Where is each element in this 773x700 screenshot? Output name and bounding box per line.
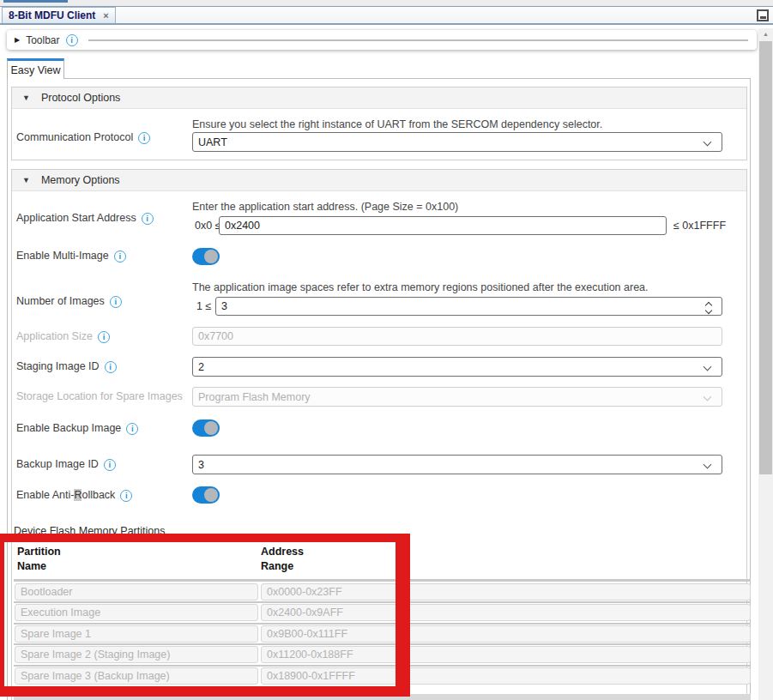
scroll-up-icon[interactable]: ▲ — [758, 31, 773, 37]
number-of-images-label: Number of Images i — [16, 295, 122, 308]
minimize-bar — [760, 16, 766, 19]
min-constraint: 0x0 ≤ — [195, 216, 221, 235]
info-icon[interactable]: i — [98, 331, 110, 343]
storage-location-label: Storage Location for Spare Images — [16, 390, 183, 403]
label-text: Enable Anti-Rollback — [16, 489, 115, 502]
app-window: 8-Bit MDFU Client × ▶ Toolbar i Easy Vie… — [0, 0, 773, 700]
max-constraint: ≤ 0x1FFFF — [673, 216, 726, 235]
label-text: Communication Protocol — [16, 131, 133, 144]
application-size-input: 0x7700 — [192, 327, 722, 346]
collapse-triangle-icon[interactable]: ▼ — [22, 94, 30, 102]
protocol-options-header[interactable]: ▼ Protocol Options — [12, 88, 746, 109]
spinner-up-icon[interactable] — [706, 301, 712, 307]
toggle-knob — [204, 250, 218, 263]
info-icon[interactable]: i — [138, 132, 150, 144]
min-constraint: 1 ≤ — [196, 297, 211, 316]
selection-remnant — [3, 0, 68, 3]
selected-value: UART — [198, 136, 227, 148]
label-post: ollback — [82, 489, 115, 501]
scrollbar-thumb[interactable] — [759, 41, 772, 474]
input-value: 0x7700 — [198, 330, 233, 342]
toggle-knob — [204, 488, 218, 502]
chevron-down-icon — [704, 363, 712, 371]
document-tab-bar: 8-Bit MDFU Client × — [0, 7, 773, 25]
backup-image-id-label: Backup Image ID i — [16, 458, 116, 471]
chevron-down-icon — [704, 393, 712, 401]
toolbar-divider — [88, 39, 748, 41]
label-text: Backup Image ID — [16, 458, 99, 471]
spinner-down-icon[interactable] — [706, 308, 712, 314]
toolbar-label: Toolbar — [26, 34, 59, 46]
enable-anti-rollback-toggle[interactable] — [192, 486, 220, 504]
selected-value: Program Flash Memory — [198, 391, 311, 403]
top-strip — [0, 0, 773, 7]
info-icon[interactable]: i — [114, 250, 126, 262]
application-size-label: Application Size i — [16, 330, 110, 343]
input-value: 3 — [221, 300, 227, 312]
info-icon[interactable]: i — [110, 296, 122, 308]
staging-image-id-select[interactable]: 2 — [192, 357, 722, 377]
backup-image-id-select[interactable]: 3 — [192, 455, 722, 474]
chevron-down-icon — [704, 138, 712, 147]
selected-value: 3 — [198, 459, 204, 471]
enable-multi-image-label: Enable Multi-Image i — [16, 250, 126, 262]
protocol-options-section: ▼ Protocol Options Communication Protoco… — [11, 87, 747, 160]
enable-backup-image-toggle[interactable] — [192, 419, 220, 437]
chevron-down-icon — [704, 461, 712, 469]
number-of-images-hint: The application image spaces refer to ex… — [192, 281, 649, 294]
label-text: Enable Backup Image — [16, 422, 121, 435]
info-icon[interactable]: i — [105, 361, 117, 373]
label-text: Storage Location for Spare Images — [16, 390, 183, 403]
label-text: Enable Multi-Image — [16, 250, 109, 262]
toolbar-section[interactable]: ▶ Toolbar i — [7, 30, 757, 50]
vertical-scrollbar[interactable]: ▲ — [758, 28, 773, 700]
label-text: Staging Image ID — [16, 360, 100, 373]
application-start-address-label: Application Start Address i — [16, 212, 154, 225]
number-of-images-spinner[interactable]: 3 — [215, 297, 722, 316]
info-icon[interactable]: i — [126, 423, 138, 435]
staging-image-id-label: Staging Image ID i — [16, 360, 117, 373]
communication-protocol-label: Communication Protocol i — [16, 131, 150, 144]
enable-multi-image-toggle[interactable] — [192, 248, 220, 265]
easy-view-label: Easy View — [10, 64, 60, 76]
selected-value: 2 — [198, 361, 204, 373]
communication-protocol-select[interactable]: UART — [192, 132, 722, 152]
tab-easy-view[interactable]: Easy View — [7, 58, 64, 79]
enable-backup-image-label: Enable Backup Image i — [16, 422, 138, 435]
tab-close-icon[interactable]: × — [103, 11, 108, 21]
info-icon[interactable]: i — [142, 213, 154, 225]
section-title: Memory Options — [41, 174, 120, 186]
label-pre: Enable Anti- — [16, 489, 74, 501]
application-start-address-input[interactable]: 0x2400 — [219, 216, 667, 235]
annotation-rectangle — [0, 534, 410, 697]
info-icon[interactable]: i — [120, 490, 132, 502]
label-text: Application Size — [16, 330, 93, 343]
info-icon[interactable]: i — [104, 459, 116, 471]
memory-options-header[interactable]: ▼ Memory Options — [12, 170, 746, 191]
section-title: Protocol Options — [41, 92, 120, 104]
storage-location-select: Program Flash Memory — [192, 387, 722, 407]
label-text: Number of Images — [16, 295, 105, 308]
input-value: 0x2400 — [225, 220, 260, 232]
expand-arrow-icon[interactable]: ▶ — [15, 36, 20, 44]
label-text: Application Start Address — [16, 212, 136, 225]
info-icon[interactable]: i — [66, 34, 78, 46]
toggle-knob — [204, 421, 218, 435]
minimize-window-icon[interactable] — [757, 9, 769, 21]
application-start-address-hint: Enter the application start address. (Pa… — [192, 201, 458, 214]
tab-8-bit-mdfu-client[interactable]: 8-Bit MDFU Client × — [2, 7, 116, 23]
tab-title: 8-Bit MDFU Client — [9, 9, 95, 21]
communication-protocol-hint: Ensure you select the right instance of … — [192, 118, 602, 131]
enable-anti-rollback-label: Enable Anti-Rollback i — [16, 489, 132, 502]
collapse-triangle-icon[interactable]: ▼ — [22, 176, 30, 184]
